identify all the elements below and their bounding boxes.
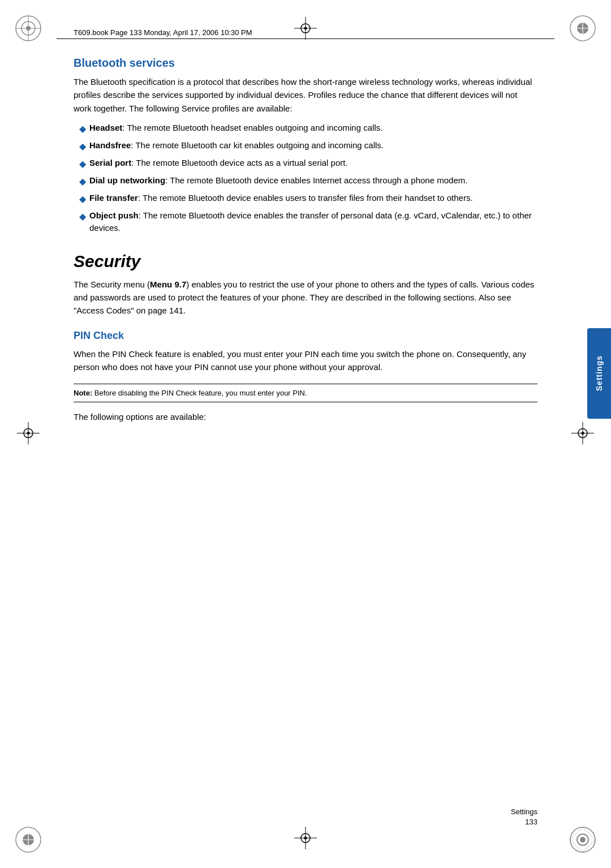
note-label: Note: [74, 389, 92, 397]
side-tab: Settings [587, 328, 611, 419]
following-options: The following options are available: [74, 410, 537, 423]
corner-mark-tr [566, 11, 600, 45]
bluetooth-title: Bluetooth services [74, 57, 537, 70]
security-title: Security [74, 252, 537, 271]
bullet-text-serial: Serial port: The remote Bluetooth device… [89, 157, 537, 170]
bullet-item-serial: ◆ Serial port: The remote Bluetooth devi… [79, 157, 537, 171]
corner-mark-bl [11, 823, 45, 857]
corner-mark-tl [11, 11, 45, 45]
bullet-item-headset: ◆ Headset: The remote Bluetooth headset … [79, 122, 537, 136]
footer-page: 133 [525, 818, 537, 826]
bluetooth-bullet-list: ◆ Headset: The remote Bluetooth headset … [79, 122, 537, 235]
security-body: The Security menu (Menu 9.7) enables you… [74, 278, 537, 317]
svg-point-16 [580, 837, 586, 843]
note-text: Before disabling the PIN Check feature, … [94, 389, 307, 397]
side-tab-label: Settings [595, 355, 604, 391]
bullet-text-dialup: Dial up networking: The remote Bluetooth… [89, 174, 537, 187]
bullet-text-objectpush: Object push: The remote Bluetooth device… [89, 209, 537, 235]
note-box: Note: Before disabling the PIN Check fea… [74, 384, 537, 402]
bullet-item-handsfree: ◆ Handsfree: The remote Bluetooth car ki… [79, 139, 537, 153]
edge-mark-bottom [294, 827, 317, 851]
header-divider [57, 38, 554, 39]
bullet-diamond-icon: ◆ [79, 192, 86, 206]
edge-mark-left [17, 422, 40, 446]
bullet-diamond-icon: ◆ [79, 157, 86, 171]
bullet-diamond-icon: ◆ [79, 210, 86, 224]
bullet-diamond-icon: ◆ [79, 175, 86, 188]
footer-right: Settings 133 [511, 807, 537, 827]
bullet-text-handsfree: Handsfree: The remote Bluetooth car kit … [89, 139, 537, 152]
bluetooth-intro: The Bluetooth specification is a protoco… [74, 75, 537, 115]
bullet-item-dialup: ◆ Dial up networking: The remote Bluetoo… [79, 174, 537, 188]
bullet-diamond-icon: ◆ [79, 122, 86, 136]
pin-check-body: When the PIN Check feature is enabled, y… [74, 347, 537, 374]
header-text: T609.book Page 133 Monday, April 17, 200… [74, 28, 252, 37]
bullet-text-headset: Headset: The remote Bluetooth headset en… [89, 122, 537, 135]
bullet-text-filetransfer: File transfer: The remote Bluetooth devi… [89, 192, 537, 205]
bullet-diamond-icon: ◆ [79, 140, 86, 153]
bullet-item-objectpush: ◆ Object push: The remote Bluetooth devi… [79, 209, 537, 235]
bullet-item-filetransfer: ◆ File transfer: The remote Bluetooth de… [79, 192, 537, 206]
edge-mark-top [294, 17, 317, 41]
pin-check-title: PIN Check [74, 330, 537, 342]
footer-section: Settings [511, 807, 537, 816]
edge-mark-right [571, 422, 594, 446]
corner-mark-br [566, 823, 600, 857]
main-content: Bluetooth services The Bluetooth specifi… [74, 57, 537, 811]
